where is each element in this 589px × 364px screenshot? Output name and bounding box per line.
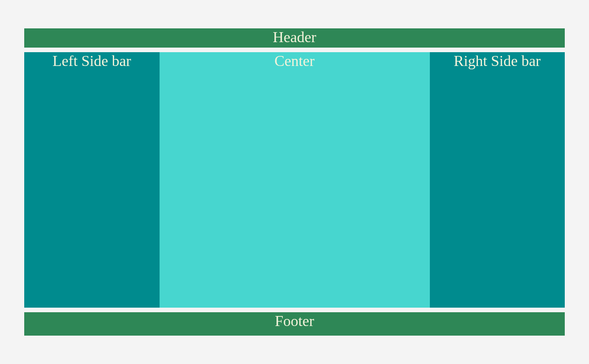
page-layout: Header Left Side bar Center Right Side b… [24,28,565,336]
middle-row: Left Side bar Center Right Side bar [24,52,565,308]
right-sidebar: Right Side bar [430,52,565,308]
left-sidebar: Left Side bar [24,52,160,308]
footer: Footer [24,312,565,336]
header: Header [24,28,565,48]
center-panel: Center [160,52,430,308]
